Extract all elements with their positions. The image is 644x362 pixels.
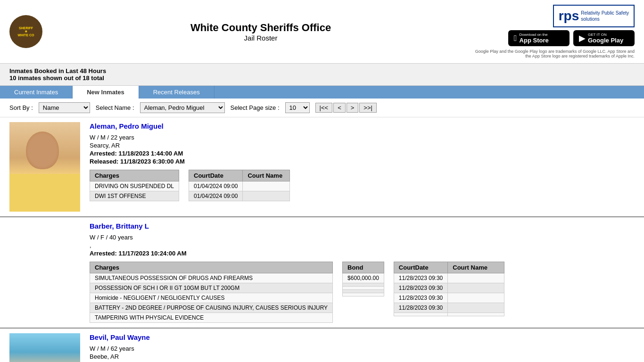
inmate-body-bevil: Bevil, Paul Wayne W / M / 62 years Beebe… [0, 329, 644, 362]
bond-table-barber: Bond $600,000.00 [342, 262, 384, 296]
table-row [343, 293, 384, 296]
inmate-arrested-aleman: Arrested: 11/18/2023 1:44:00 AM [90, 150, 635, 157]
roster-subtitle: Jail Roster [47, 34, 474, 42]
inmate-arrested-barber: Arrested: 11/17/2023 10:24:00 AM [90, 250, 635, 257]
inmate-race-sex-age-barber: W / F / 40 years [90, 234, 635, 241]
table-row: 01/04/2024 09:00 [189, 181, 290, 191]
tab-new-inmates[interactable]: New Inmates [73, 86, 139, 99]
charges-area-aleman: Charges DRIVING ON SUSPENDED DL DWI 1ST … [90, 170, 635, 201]
court-date-header: CourtDate [189, 170, 243, 181]
sort-by-select[interactable]: Name Booking Date [39, 102, 90, 113]
inmate-body-aleman: Aleman, Pedro Miguel W / M / 22 years Se… [0, 117, 644, 216]
name-select[interactable]: Aleman, Pedro Miguel [140, 102, 225, 113]
inmate-photo-aleman [9, 122, 80, 212]
court-name-header-barber: Court Name [448, 262, 504, 273]
table-row [343, 287, 384, 290]
inmate-info-bevil: Bevil, Paul Wayne W / M / 62 years Beebe… [90, 333, 635, 362]
select-name-label: Select Name : [96, 104, 134, 111]
table-row: 01/04/2024 09:00 [189, 191, 290, 201]
info-line1: Inmates Booked in Last 48 Hours [9, 67, 635, 74]
table-row: Homicide - NEGLIGENT / NEGLIGENTLY CAUSE… [90, 293, 333, 303]
controls-bar: Sort By : Name Booking Date Select Name … [0, 99, 644, 117]
inmate-body-barber: Barber, Brittany L W / F / 40 years , Ar… [0, 217, 644, 328]
inmate-section-bevil: Bevil, Paul Wayne W / M / 62 years Beebe… [0, 329, 644, 362]
nav-last-button[interactable]: >>| [359, 103, 377, 113]
charges-area-barber: Charges SIMULTANEOUS POSSESSION OF DRUGS… [90, 262, 635, 323]
tab-recent-releases[interactable]: Recent Releases [139, 86, 215, 99]
info-bar: Inmates Booked in Last 48 Hours 10 inmat… [0, 64, 644, 86]
app-store-button[interactable]:  Download on the App Store [508, 30, 570, 46]
google-play-icon: ▶ [579, 33, 586, 43]
rps-logo: rps Relativity Public Safety solutions [553, 5, 635, 27]
inmate-section-barber: Barber, Brittany L W / F / 40 years , Ar… [0, 217, 644, 329]
inmate-info-aleman: Aleman, Pedro Miguel W / M / 22 years Se… [90, 122, 635, 212]
charges-header-barber: Charges [90, 262, 333, 273]
table-row [343, 290, 384, 293]
inmate-race-sex-age-aleman: W / M / 22 years [90, 134, 635, 141]
inmate-photo-bevil [9, 333, 80, 362]
charges-table-aleman: Charges DRIVING ON SUSPENDED DL DWI 1ST … [90, 170, 179, 201]
inmate-city-bevil: Beebe, AR [90, 353, 635, 360]
page-size-select[interactable]: 10 25 50 100 [285, 102, 310, 113]
inmate-city-barber: , [90, 242, 635, 249]
table-row: POSSESSION OF SCH I OR II GT 10GM BUT LT… [90, 283, 333, 293]
court-table-barber: CourtDate Court Name 11/28/2023 09:30 11… [394, 262, 504, 316]
table-row: $600,000.00 [343, 273, 384, 283]
nav-next-button[interactable]: > [347, 103, 359, 113]
tab-current-inmates[interactable]: Current Inmates [0, 86, 73, 99]
inmate-name-aleman[interactable]: Aleman, Pedro Miguel [90, 122, 635, 130]
nav-prev-button[interactable]: < [333, 103, 346, 113]
court-name-header: Court Name [243, 170, 290, 181]
table-row: 11/28/2023 09:30 [394, 293, 504, 303]
table-row: BATTERY - 2ND DEGREE / PURPOSE OF CAUSIN… [90, 303, 333, 313]
apple-icon:  [514, 33, 517, 43]
header-title-area: White County Sheriffs Office Jail Roster [47, 22, 474, 42]
charges-table-barber: Charges SIMULTANEOUS POSSESSION OF DRUGS… [90, 262, 333, 323]
nav-first-button[interactable]: |<< [315, 103, 333, 113]
table-row [343, 283, 384, 287]
inmate-info-barber: Barber, Brittany L W / F / 40 years , Ar… [90, 222, 635, 323]
page-size-label: Select Page size : [231, 104, 280, 111]
inmate-name-barber[interactable]: Barber, Brittany L [90, 222, 635, 230]
court-table-aleman: CourtDate Court Name 01/04/2024 09:00 01… [189, 170, 290, 201]
sheriff-badge: SHERIFF★WHITE CO [9, 15, 42, 48]
app-buttons:  Download on the App Store ▶ GET IT ON … [508, 30, 635, 46]
inmate-name-bevil[interactable]: Bevil, Paul Wayne [90, 333, 635, 341]
table-row: 11/28/2023 09:30 [394, 273, 504, 283]
sort-by-label: Sort By : [9, 104, 33, 111]
table-row [394, 313, 504, 316]
pagination-nav: |<< < > >>| [315, 103, 377, 113]
rps-letters: rps [559, 8, 579, 24]
inmate-race-sex-age-bevil: W / M / 62 years [90, 345, 635, 352]
trademark-text: Google Play and the Google Play logo are… [474, 49, 635, 58]
inmate-released-aleman: Released: 11/18/2023 6:30:00 AM [90, 158, 635, 165]
charges-header: Charges [90, 170, 179, 181]
inmate-city-aleman: Searcy, AR [90, 142, 635, 149]
bond-header-barber: Bond [343, 262, 384, 273]
info-line2: 10 inmates shown out of 18 total [9, 74, 635, 82]
header-right-area: rps Relativity Public Safety solutions … [474, 5, 635, 58]
table-row: 11/28/2023 09:30 [394, 283, 504, 293]
table-row: DWI 1ST OFFENSE [90, 191, 179, 201]
table-row: TAMPERING WITH PHYSICAL EVIDENCE [90, 313, 333, 323]
sheriff-badge-container: SHERIFF★WHITE CO [9, 15, 47, 48]
table-row: SIMULTANEOUS POSSESSION OF DRUGS AND FIR… [90, 273, 333, 283]
rps-tagline: Relativity Public Safety solutions [581, 10, 629, 22]
court-date-header-barber: CourtDate [394, 262, 447, 273]
header: SHERIFF★WHITE CO White County Sheriffs O… [0, 0, 644, 64]
table-row: DRIVING ON SUSPENDED DL [90, 181, 179, 191]
office-title: White County Sheriffs Office [47, 22, 474, 34]
inmate-section-aleman: Aleman, Pedro Miguel W / M / 22 years Se… [0, 117, 644, 217]
table-row: 11/28/2023 09:30 [394, 303, 504, 313]
google-play-button[interactable]: ▶ GET IT ON Google Play [573, 30, 635, 46]
tabs-bar: Current Inmates New Inmates Recent Relea… [0, 86, 644, 99]
